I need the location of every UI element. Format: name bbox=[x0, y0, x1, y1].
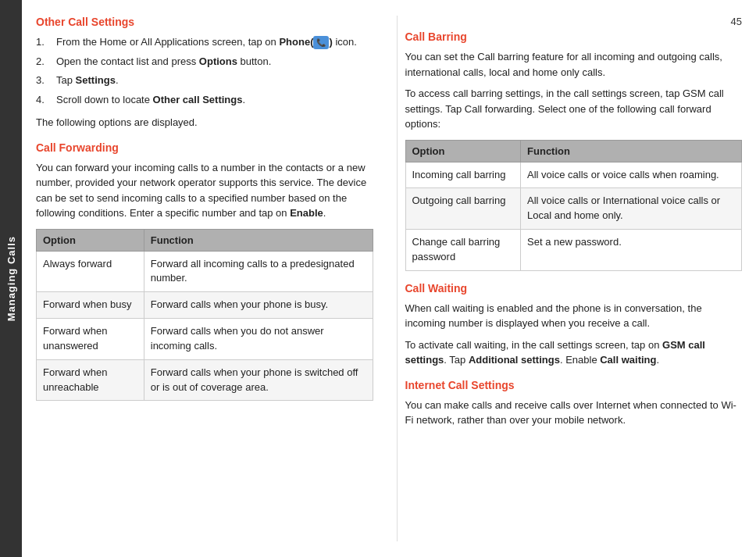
cf-option-2: Forward when busy bbox=[37, 292, 144, 319]
table-row: Incoming call barring All voice calls or… bbox=[405, 162, 742, 188]
call-barring-table: Option Function Incoming call barring Al… bbox=[405, 140, 743, 271]
call-waiting-description1: When call waiting is enabled and the pho… bbox=[405, 301, 743, 331]
cf-function-2: Forward calls when your phone is busy. bbox=[144, 292, 373, 319]
side-tab-label: Managing Calls bbox=[5, 236, 17, 321]
cb-option-1: Incoming call barring bbox=[405, 162, 521, 188]
call-forwarding-heading: Call Forwarding bbox=[36, 141, 373, 154]
step-1-text: From the Home or All Applications screen… bbox=[56, 34, 357, 50]
cf-col-option: Option bbox=[37, 229, 144, 251]
call-barring-table-header-row: Option Function bbox=[405, 140, 742, 162]
cb-col-function: Function bbox=[521, 140, 742, 162]
call-waiting-heading: Call Waiting bbox=[405, 282, 743, 295]
call-forwarding-section: Call Forwarding You can forward your inc… bbox=[36, 141, 373, 402]
table-row: Change call barring password Set a new p… bbox=[405, 230, 742, 271]
call-forwarding-table-header-row: Option Function bbox=[37, 229, 373, 251]
cb-function-2: All voice calls or International voice c… bbox=[521, 188, 742, 230]
side-tab: Managing Calls bbox=[0, 0, 22, 557]
call-waiting-section: Call Waiting When call waiting is enable… bbox=[405, 282, 743, 368]
step-2-text: Open the contact list and press Options … bbox=[56, 54, 271, 70]
cb-option-3: Change call barring password bbox=[405, 230, 521, 271]
cb-function-3: Set a new password. bbox=[521, 230, 742, 271]
internet-call-settings-section: Internet Call Settings You can make call… bbox=[405, 379, 743, 428]
other-call-settings-section: Other Call Settings 1. From the Home or … bbox=[36, 16, 373, 130]
step-3-text: Tap Settings. bbox=[56, 73, 119, 88]
step-num-3: 3. bbox=[36, 73, 50, 88]
step-4: 4. Scroll down to locate Other call Sett… bbox=[36, 92, 373, 108]
cf-col-function: Function bbox=[144, 229, 373, 251]
cb-option-2: Outgoing call barring bbox=[405, 188, 521, 230]
page-number: 45 bbox=[405, 16, 743, 27]
internet-call-settings-description: You can make calls and receive calls ove… bbox=[405, 398, 743, 428]
step-4-text: Scroll down to locate Other call Setting… bbox=[56, 92, 245, 108]
call-barring-heading: Call Barring bbox=[405, 30, 743, 43]
table-row: Always forward Forward all incoming call… bbox=[37, 251, 373, 292]
cf-function-3: Forward calls when you do not answer inc… bbox=[144, 319, 373, 360]
right-column: 45 Call Barring You can set the Call bar… bbox=[397, 16, 743, 541]
steps-list: 1. From the Home or All Applications scr… bbox=[36, 34, 373, 107]
cf-option-3: Forward when unanswered bbox=[37, 319, 144, 360]
table-row: Forward when busy Forward calls when you… bbox=[37, 292, 373, 319]
call-barring-description1: You can set the Call barring feature for… bbox=[405, 49, 743, 80]
main-content: Other Call Settings 1. From the Home or … bbox=[22, 0, 756, 557]
cf-function-1: Forward all incoming calls to a predesig… bbox=[144, 251, 373, 292]
step-2: 2. Open the contact list and press Optio… bbox=[36, 54, 373, 70]
phone-icon: 📞 bbox=[313, 36, 329, 49]
table-row: Forward when unreachable Forward calls w… bbox=[37, 359, 373, 401]
table-row: Forward when unanswered Forward calls wh… bbox=[37, 319, 373, 360]
cb-col-option: Option bbox=[405, 140, 521, 162]
call-barring-section: Call Barring You can set the Call barrin… bbox=[405, 30, 743, 271]
step-num-4: 4. bbox=[36, 92, 50, 108]
table-row: Outgoing call barring All voice calls or… bbox=[405, 188, 742, 230]
call-forwarding-description: You can forward your incoming calls to a… bbox=[36, 160, 373, 221]
call-forwarding-table: Option Function Always forward Forward a… bbox=[36, 229, 373, 402]
cb-function-1: All voice calls or voice calls when roam… bbox=[521, 162, 742, 188]
step-1: 1. From the Home or All Applications scr… bbox=[36, 34, 373, 50]
cf-option-1: Always forward bbox=[37, 251, 144, 292]
call-barring-description2: To access call barring settings, in the … bbox=[405, 86, 743, 132]
call-waiting-description2: To activate call waiting, in the call se… bbox=[405, 337, 743, 368]
other-call-settings-heading: Other Call Settings bbox=[36, 16, 373, 28]
internet-call-settings-heading: Internet Call Settings bbox=[405, 379, 743, 391]
cf-option-4: Forward when unreachable bbox=[37, 359, 144, 401]
step-3: 3. Tap Settings. bbox=[36, 73, 373, 88]
step-num-2: 2. bbox=[36, 54, 50, 70]
following-options-text: The following options are displayed. bbox=[36, 115, 373, 130]
cf-function-4: Forward calls when your phone is switche… bbox=[144, 359, 373, 401]
left-column: Other Call Settings 1. From the Home or … bbox=[36, 16, 381, 541]
step-num-1: 1. bbox=[36, 34, 50, 50]
